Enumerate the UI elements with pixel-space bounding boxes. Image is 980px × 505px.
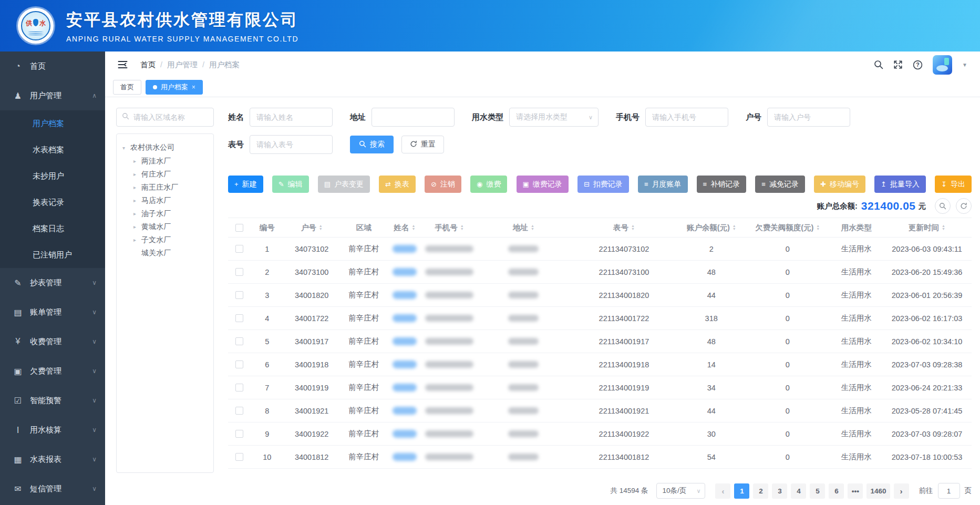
- name-input[interactable]: [250, 108, 333, 127]
- water-type-select[interactable]: 请选择用水类型 ∨: [509, 108, 599, 127]
- prev-page-button[interactable]: ‹: [715, 483, 730, 499]
- column-header-updated[interactable]: 更新时间▲▼: [882, 223, 972, 233]
- tree-node-城关水厂[interactable]: 城关水厂: [121, 246, 209, 260]
- sidebar-subitem-档案日志[interactable]: 档案日志: [0, 215, 105, 242]
- close-tab-icon[interactable]: ×: [192, 84, 195, 91]
- fullscreen-icon[interactable]: [893, 60, 903, 69]
- row-checkbox[interactable]: [235, 314, 243, 322]
- sidebar-item-抄表管理[interactable]: ✎抄表管理∨: [0, 268, 105, 297]
- toolbar-button-补销记录[interactable]: ≡补销记录: [697, 176, 747, 193]
- page-button-5[interactable]: 5: [810, 483, 825, 499]
- sort-caret-icon[interactable]: ▲▼: [733, 224, 736, 231]
- sidebar-item-水表报表[interactable]: ▦水表报表∨: [0, 445, 105, 474]
- sidebar-subitem-用户档案[interactable]: 用户档案: [0, 110, 105, 137]
- sidebar-subitem-水表档案[interactable]: 水表档案: [0, 137, 105, 163]
- tree-node-何庄水厂[interactable]: ▸何庄水厂: [121, 168, 209, 181]
- tab-home[interactable]: 首页: [113, 80, 141, 95]
- toolbar-button-新建[interactable]: +新建: [228, 176, 263, 193]
- page-button-1460[interactable]: 1460: [866, 483, 890, 499]
- page-button-2[interactable]: 2: [753, 483, 768, 499]
- column-header-phone[interactable]: 手机号▲▼: [421, 223, 477, 233]
- toolbar-button-移动编号[interactable]: ✚移动编号: [814, 176, 865, 193]
- column-header-meter_no[interactable]: 表号▲▼: [570, 223, 678, 233]
- sort-caret-icon[interactable]: ▲▼: [631, 224, 635, 231]
- column-header-address[interactable]: 地址▲▼: [477, 223, 570, 233]
- next-page-button[interactable]: ›: [894, 483, 909, 499]
- sidebar-item-收费管理[interactable]: ¥收费管理∨: [0, 327, 105, 356]
- meter-input[interactable]: [250, 135, 333, 154]
- toolbar-button-户表变更[interactable]: ▤户表变更: [318, 176, 370, 193]
- breadcrumb-home[interactable]: 首页: [140, 60, 156, 70]
- sort-caret-icon[interactable]: ▲▼: [460, 224, 464, 231]
- tree-node-马店水厂[interactable]: ▸马店水厂: [121, 194, 209, 207]
- tree-node-黄城水厂[interactable]: ▸黄城水厂: [121, 220, 209, 233]
- row-checkbox[interactable]: [235, 291, 243, 299]
- page-button-6[interactable]: 6: [829, 483, 844, 499]
- column-header-shutoff_limit[interactable]: 欠费关阀额度(元)▲▼: [745, 223, 830, 233]
- sort-caret-icon[interactable]: ▲▼: [816, 224, 820, 231]
- select-all-checkbox[interactable]: [235, 224, 243, 232]
- region-search-input[interactable]: [133, 113, 208, 121]
- column-header-name[interactable]: 姓名▲▼: [388, 223, 421, 233]
- help-icon[interactable]: ?: [913, 60, 923, 70]
- sidebar-item-用水核算[interactable]: Ⅰ用水核算∨: [0, 415, 105, 445]
- toolbar-button-扣费记录[interactable]: ⊟扣费记录: [577, 176, 629, 193]
- sidebar-item-短信管理[interactable]: ✉短信管理∨: [0, 474, 105, 503]
- page-button-3[interactable]: 3: [772, 483, 787, 499]
- tree-node-油子水厂[interactable]: ▸油子水厂: [121, 207, 209, 220]
- sidebar-item-智能预警[interactable]: ☑智能预警∨: [0, 386, 105, 415]
- table-row[interactable]: 334001820前辛庄村221134001820440生活用水2023-06-…: [228, 284, 972, 307]
- sidebar-subitem-已注销用户[interactable]: 已注销用户: [0, 242, 105, 268]
- breadcrumb-user-mgmt[interactable]: 用户管理: [167, 60, 198, 70]
- table-row[interactable]: 434001722前辛庄村2211340017223180生活用水2023-06…: [228, 307, 972, 330]
- tree-node-子文水厂[interactable]: ▸子文水厂: [121, 233, 209, 246]
- refresh-icon[interactable]: [956, 198, 972, 214]
- row-checkbox[interactable]: [235, 453, 243, 461]
- toolbar-button-缴费[interactable]: ◉缴费: [470, 176, 507, 193]
- sort-caret-icon[interactable]: ▲▼: [531, 224, 534, 231]
- sort-caret-icon[interactable]: ▲▼: [319, 224, 323, 231]
- tab-user-archive[interactable]: 用户档案 ×: [146, 80, 203, 95]
- breadcrumb-user-archive[interactable]: 用户档案: [209, 60, 240, 70]
- goto-page-input[interactable]: [938, 483, 960, 499]
- page-ellipsis[interactable]: •••: [848, 483, 863, 499]
- table-row[interactable]: 534001917前辛庄村221134001917480生活用水2023-06-…: [228, 330, 972, 353]
- toolbar-button-月度账单[interactable]: ≡月度账单: [638, 176, 688, 193]
- toolbar-button-编辑[interactable]: ✎编辑: [272, 176, 309, 193]
- table-row[interactable]: 934001922前辛庄村221134001922300生活用水2023-07-…: [228, 422, 972, 446]
- table-row[interactable]: 1034001812前辛庄村221134001812540生活用水2023-07…: [228, 446, 972, 469]
- sort-caret-icon[interactable]: ▲▼: [412, 224, 416, 231]
- column-header-account_no[interactable]: 户号▲▼: [284, 223, 339, 233]
- table-row[interactable]: 734001919前辛庄村221134001919340生活用水2023-06-…: [228, 376, 972, 399]
- search-button[interactable]: 搜索: [350, 136, 394, 153]
- sidebar-subitem-未抄用户[interactable]: 未抄用户: [0, 163, 105, 189]
- address-input[interactable]: [372, 108, 455, 127]
- account-input[interactable]: [767, 108, 850, 127]
- row-checkbox[interactable]: [235, 337, 243, 345]
- row-checkbox[interactable]: [235, 245, 243, 253]
- page-size-select[interactable]: 10条/页 ∨: [656, 483, 705, 499]
- table-row[interactable]: 134073102前辛庄村22113407310220生活用水2023-06-0…: [228, 238, 972, 261]
- page-button-1[interactable]: 1: [734, 483, 749, 499]
- caret-down-icon[interactable]: ▼: [962, 62, 967, 68]
- search-icon[interactable]: [874, 60, 883, 69]
- sidebar-item-首页[interactable]: ◔首页: [0, 51, 105, 81]
- table-row[interactable]: 234073100前辛庄村221134073100480生活用水2023-06-…: [228, 261, 972, 284]
- sidebar-item-欠费管理[interactable]: ▣欠费管理∨: [0, 356, 105, 386]
- table-row[interactable]: 834001921前辛庄村221134001921440生活用水2023-05-…: [228, 399, 972, 422]
- sidebar-item-账单管理[interactable]: ▤账单管理∨: [0, 297, 105, 327]
- search-icon[interactable]: [935, 198, 951, 214]
- row-checkbox[interactable]: [235, 430, 243, 438]
- tree-node-南王庄水厂[interactable]: ▸南王庄水厂: [121, 181, 209, 194]
- toolbar-button-批量导入[interactable]: ↥批量导入: [874, 176, 926, 193]
- column-header-balance[interactable]: 账户余额(元)▲▼: [678, 223, 745, 233]
- row-checkbox[interactable]: [235, 268, 243, 276]
- row-checkbox[interactable]: [235, 407, 243, 415]
- row-checkbox[interactable]: [235, 360, 243, 368]
- page-button-4[interactable]: 4: [791, 483, 806, 499]
- toolbar-button-换表[interactable]: ⇄换表: [379, 176, 416, 193]
- collapse-menu-icon[interactable]: [118, 60, 128, 69]
- reset-button[interactable]: 重置: [401, 136, 444, 153]
- toolbar-button-导出[interactable]: ↧导出: [935, 176, 972, 193]
- sidebar-subitem-换表记录[interactable]: 换表记录: [0, 189, 105, 215]
